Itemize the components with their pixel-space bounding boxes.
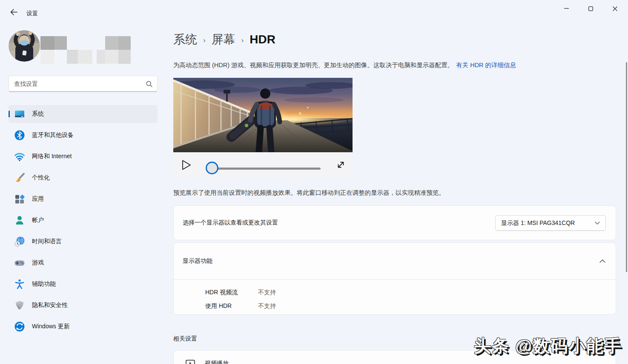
brush-icon bbox=[14, 172, 25, 183]
display-capabilities-header[interactable]: 显示器功能 bbox=[174, 243, 616, 280]
hdr-info-link[interactable]: 有关 HDR 的详细信息 bbox=[456, 62, 516, 68]
sidebar-item-time-language[interactable]: 时间和语言 bbox=[9, 233, 158, 250]
page-title: HDR bbox=[249, 33, 275, 46]
sidebar: 系统 蓝牙和其他设备 网络和 Internet 个性化 应用 帐户 bbox=[0, 24, 173, 364]
apps-icon bbox=[14, 193, 25, 205]
sidebar-item-label: 蓝牙和其他设备 bbox=[32, 131, 74, 139]
display-capabilities-card: 显示器功能 HDR 视频流 不支持 使用 HDR 不支持 bbox=[173, 242, 616, 315]
dropdown-value: 显示器 1: MSI PAG341CQR bbox=[501, 219, 575, 227]
sidebar-item-accounts[interactable]: 帐户 bbox=[9, 211, 158, 229]
sidebar-item-label: Windows 更新 bbox=[32, 323, 70, 330]
chevron-up-icon bbox=[599, 259, 605, 263]
display-selector-label: 选择一个显示器以查看或更改其设置 bbox=[174, 219, 278, 227]
breadcrumb-system[interactable]: 系统 bbox=[173, 31, 197, 48]
wifi-icon bbox=[14, 151, 25, 162]
capability-row-hdr-video: HDR 视频流 不支持 bbox=[205, 286, 616, 299]
sidebar-item-label: 时间和语言 bbox=[32, 238, 62, 245]
sidebar-item-personalization[interactable]: 个性化 bbox=[9, 169, 158, 187]
related-settings-title: 相关设置 bbox=[173, 335, 197, 343]
main-content: 系统 › 屏幕 › HDR 为高动态范围 (HDR) 游戏、视频和应用获取更加明… bbox=[173, 24, 628, 364]
video-preview-frame bbox=[173, 78, 353, 152]
search-box bbox=[9, 76, 158, 92]
sidebar-item-windows-update[interactable]: Windows 更新 bbox=[9, 318, 158, 336]
fullscreen-icon bbox=[336, 160, 345, 169]
play-button[interactable] bbox=[180, 159, 193, 171]
close-icon bbox=[613, 6, 617, 11]
sidebar-item-label: 隐私和安全性 bbox=[32, 301, 68, 309]
capability-name: HDR 视频流 bbox=[205, 289, 258, 296]
sidebar-item-label: 个性化 bbox=[32, 174, 50, 182]
sync-icon bbox=[14, 321, 25, 332]
breadcrumb-display[interactable]: 屏幕 bbox=[212, 31, 235, 48]
description-text: 为高动态范围 (HDR) 游戏、视频和应用获取更加明亮、更加生动的图像。这取决于… bbox=[173, 62, 453, 68]
avatar[interactable] bbox=[9, 30, 40, 62]
seek-bar[interactable] bbox=[212, 168, 321, 170]
video-player-controls bbox=[173, 152, 353, 177]
sidebar-item-privacy[interactable]: 隐私和安全性 bbox=[9, 296, 158, 314]
maximize-button[interactable] bbox=[579, 0, 603, 17]
play-icon bbox=[181, 159, 192, 171]
arrow-left-icon bbox=[10, 9, 17, 15]
search-icon bbox=[146, 81, 152, 87]
hdr-video-preview[interactable] bbox=[173, 78, 353, 152]
sidebar-item-label: 辅助功能 bbox=[32, 280, 56, 288]
shield-icon bbox=[14, 300, 25, 311]
window-controls bbox=[554, 0, 627, 17]
minimize-icon bbox=[564, 8, 569, 9]
bluetooth-icon bbox=[14, 130, 25, 141]
sidebar-item-gaming[interactable]: 游戏 bbox=[9, 254, 158, 272]
collapse-button[interactable] bbox=[599, 259, 605, 263]
accessibility-icon bbox=[14, 279, 25, 290]
display-capabilities-title: 显示器功能 bbox=[183, 257, 212, 265]
breadcrumb: 系统 › 屏幕 › HDR bbox=[173, 31, 275, 48]
app-title: 设置 bbox=[26, 10, 38, 17]
close-button[interactable] bbox=[603, 0, 627, 17]
redacted-username bbox=[40, 36, 132, 64]
related-item-label: 视频播放 bbox=[205, 360, 229, 364]
sidebar-item-label: 系统 bbox=[32, 110, 44, 118]
seek-thumb[interactable] bbox=[206, 162, 218, 174]
globe-clock-icon bbox=[14, 236, 25, 247]
sidebar-item-label: 游戏 bbox=[32, 259, 44, 267]
display-selector-dropdown[interactable]: 显示器 1: MSI PAG341CQR bbox=[495, 215, 606, 231]
sidebar-item-label: 帐户 bbox=[32, 216, 44, 224]
breadcrumb-separator-icon: › bbox=[241, 34, 244, 45]
sidebar-item-bluetooth[interactable]: 蓝牙和其他设备 bbox=[9, 126, 158, 144]
watermark: 头条 @数码小能手 bbox=[474, 334, 622, 358]
preview-caption: 预览展示了使用当前设置时的视频播放效果。将此窗口移动到正在调整的显示器，以实现精… bbox=[173, 189, 445, 197]
display-selector-card: 选择一个显示器以查看或更改其设置 显示器 1: MSI PAG341CQR bbox=[173, 205, 616, 240]
capabilities-rows: HDR 视频流 不支持 使用 HDR 不支持 bbox=[174, 280, 616, 313]
vertical-scrollbar[interactable] bbox=[626, 62, 627, 272]
settings-window: 设置 bbox=[0, 0, 628, 364]
back-button[interactable] bbox=[6, 5, 21, 19]
capability-value: 不支持 bbox=[258, 302, 276, 310]
video-playback-icon bbox=[186, 360, 195, 364]
sidebar-item-network[interactable]: 网络和 Internet bbox=[9, 148, 158, 165]
capability-value: 不支持 bbox=[258, 289, 276, 296]
maximize-icon bbox=[588, 6, 593, 11]
titlebar: 设置 bbox=[0, 0, 628, 24]
sidebar-item-accessibility[interactable]: 辅助功能 bbox=[9, 275, 158, 293]
capability-name: 使用 HDR bbox=[205, 302, 258, 310]
sidebar-item-label: 网络和 Internet bbox=[32, 153, 72, 160]
person-icon bbox=[14, 215, 25, 226]
page-description: 为高动态范围 (HDR) 游戏、视频和应用获取更加明亮、更加生动的图像。这取决于… bbox=[173, 61, 516, 69]
fullscreen-button[interactable] bbox=[335, 159, 347, 171]
sidebar-item-label: 应用 bbox=[32, 195, 44, 203]
gamepad-icon bbox=[14, 257, 25, 268]
avatar-photo bbox=[9, 30, 40, 62]
capability-row-use-hdr: 使用 HDR 不支持 bbox=[205, 299, 616, 313]
minimize-button[interactable] bbox=[554, 0, 579, 17]
sidebar-nav: 系统 蓝牙和其他设备 网络和 Internet 个性化 应用 帐户 bbox=[9, 105, 158, 339]
chevron-down-icon bbox=[595, 222, 600, 225]
display-icon bbox=[14, 108, 25, 119]
sidebar-item-system[interactable]: 系统 bbox=[9, 105, 158, 123]
breadcrumb-separator-icon: › bbox=[203, 34, 206, 45]
search-input[interactable] bbox=[9, 76, 157, 91]
sidebar-item-apps[interactable]: 应用 bbox=[9, 190, 158, 208]
